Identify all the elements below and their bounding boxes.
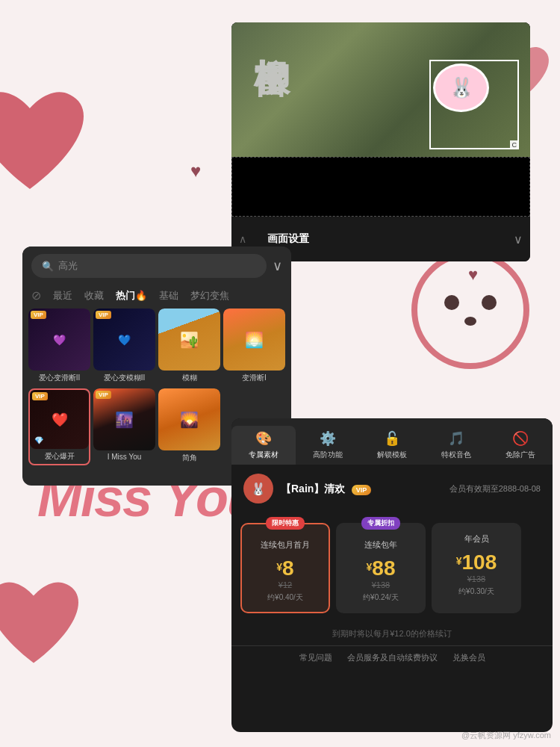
filter-item-1[interactable]: 💙 VIP 爱心变模糊II <box>93 309 155 385</box>
filter-item-3[interactable]: 🌅 变滑断I <box>223 309 285 385</box>
vip-user-row: 🐰 【Rain】清欢 VIP 会员有效期至2888-08-08 <box>231 465 553 512</box>
filter-item-2[interactable]: 🏜️ 模糊 <box>158 309 220 385</box>
vip-benefit-materials[interactable]: 🎨 专属素材 <box>231 426 296 465</box>
plan-tag-0: 限时特惠 <box>266 517 305 530</box>
vip-footer-note: 到期时将以每月¥12.0的价格续订 <box>231 622 553 645</box>
user-avatar: 🐰 <box>243 474 273 503</box>
materials-icon: 🎨 <box>255 430 272 447</box>
tab-basic[interactable]: 基础 <box>159 289 178 303</box>
plan-symbol-0: ¥ <box>276 561 282 573</box>
bottom-title: 画面设置 <box>267 232 309 246</box>
audio-icon: 🎵 <box>448 430 464 447</box>
video-image-area: 柳根富 🐰 C <box>231 22 530 172</box>
templates-label: 解锁模板 <box>377 450 407 460</box>
noad-label: 免除广告 <box>505 450 535 460</box>
vip-plans: 限时特惠 连续包月首月 ¥8 ¥12 约¥0.40/天 专属折扣 连续包年 ¥8… <box>231 512 553 622</box>
selection-corner-label: C <box>510 140 520 149</box>
filter-thumb-inner-3: 🌅 <box>223 309 285 371</box>
filter-item-5[interactable]: 🌆 VIP I Miss You <box>93 388 155 465</box>
video-canvas: 柳根富 🐰 C <box>231 22 530 217</box>
avatar-emoji: 🐰 <box>251 482 266 496</box>
filter-item-6[interactable]: 🌄 简角 <box>158 388 220 465</box>
filter-label-4: 爱心爆开 <box>30 449 89 464</box>
filter-item-0[interactable]: 💜 VIP 爱心变滑断II <box>28 309 90 385</box>
vip-plan-monthly[interactable]: 限时特惠 连续包月首月 ¥8 ¥12 约¥0.40/天 <box>240 523 330 613</box>
tab-favorite[interactable]: 收藏 <box>84 289 104 303</box>
vip-benefit-advanced[interactable]: ⚙️ 高阶功能 <box>296 426 360 465</box>
vip-benefit-noad[interactable]: 🚫 免除广告 <box>488 426 553 465</box>
svg-point-0 <box>414 254 526 366</box>
filter-label-0: 爱心变滑断II <box>28 371 90 385</box>
filter-label-5: I Miss You <box>93 450 155 463</box>
plan-original-2: ¥138 <box>441 574 512 583</box>
plan-price-1: ¥88 <box>345 557 417 580</box>
filter-label-1: 爱心变模糊II <box>93 371 155 385</box>
plan-tag-1: 专属折扣 <box>361 517 400 530</box>
vip-panel: 🎨 专属素材 ⚙️ 高阶功能 🔓 解锁模板 🎵 特权音色 🚫 免除广告 🐰 【R… <box>231 418 553 732</box>
filter-thumb-inner-6: 🌄 <box>158 388 220 450</box>
small-heart-1: ♥ <box>190 161 201 182</box>
advanced-label: 高阶功能 <box>313 450 343 460</box>
noad-icon: 🚫 <box>512 430 529 447</box>
filter-label-3: 变滑断I <box>223 371 285 385</box>
svg-point-2 <box>482 295 497 310</box>
filter-item-4[interactable]: ❤️ 💎 VIP 爱心爆开 <box>28 388 90 465</box>
footer-link-redeem[interactable]: 兑换会员 <box>452 652 485 663</box>
plan-perday-1: 约¥0.24/天 <box>345 592 417 603</box>
user-vip-badge: VIP <box>352 485 372 495</box>
audio-label: 特权音色 <box>441 450 471 460</box>
plan-title-0: 连续包月首月 <box>249 539 321 551</box>
filter-search-container[interactable]: 🔍 高光 <box>31 254 267 278</box>
video-selection-box[interactable]: C <box>429 60 519 149</box>
watermark: @云帆资源网 yfzyw.com <box>461 730 551 741</box>
plan-perday-0: 约¥0.40/天 <box>249 592 321 603</box>
vip-expiry: 会员有效期至2888-08-08 <box>449 483 541 495</box>
plan-title-2: 年会员 <box>441 533 512 545</box>
username: 【Rain】清欢 <box>281 483 345 495</box>
filter-label-2: 模糊 <box>158 371 220 385</box>
plan-price-0: ¥8 <box>249 557 321 580</box>
materials-label: 专属素材 <box>249 450 279 460</box>
bottom-chevron-right[interactable]: ∨ <box>514 232 523 247</box>
plan-price-2: ¥108 <box>441 551 512 574</box>
plan-symbol-2: ¥ <box>456 555 462 567</box>
footer-link-faq[interactable]: 常见问题 <box>299 652 332 663</box>
svg-point-1 <box>444 295 459 310</box>
plan-perday-2: 约¥0.30/天 <box>441 586 512 597</box>
plan-original-0: ¥12 <box>249 580 321 589</box>
vip-plan-year-member[interactable]: 年会员 ¥108 ¥138 约¥0.30/天 <box>432 523 521 613</box>
svg-point-3 <box>464 317 476 326</box>
vip-benefit-templates[interactable]: 🔓 解锁模板 <box>360 426 424 465</box>
tab-dream[interactable]: 梦幻变焦 <box>190 289 229 303</box>
search-icon: 🔍 <box>42 261 54 272</box>
tab-none[interactable]: ⊘ <box>31 288 41 303</box>
templates-icon: 🔓 <box>384 430 400 447</box>
decorative-heart-left-top <box>0 75 97 209</box>
filter-tabs: ⊘ 最近 收藏 热门🔥 基础 梦幻变焦 <box>22 285 291 309</box>
decorative-heart-left-bottom <box>0 568 90 680</box>
vip-benefits-bar: 🎨 专属素材 ⚙️ 高阶功能 🔓 解锁模板 🎵 特权音色 🚫 免除广告 <box>231 418 553 465</box>
vip-footer-links: 常见问题 会员服务及自动续费协议 兑换会员 <box>231 645 553 669</box>
vip-plan-yearly[interactable]: 专属折扣 连续包年 ¥88 ¥138 约¥0.24/天 <box>336 523 426 613</box>
vip-badge-5: VIP <box>96 391 111 399</box>
vip-benefit-audio[interactable]: 🎵 特权音色 <box>424 426 488 465</box>
user-info: 【Rain】清欢 VIP <box>281 482 371 496</box>
filter-grid: 💜 VIP 爱心变滑断II 💙 VIP 爱心变模糊II 🏜️ 模糊 <box>22 309 291 385</box>
advanced-icon: ⚙️ <box>320 430 336 447</box>
search-text: 高光 <box>58 259 78 273</box>
vip-badge-0: VIP <box>31 311 46 319</box>
vip-badge-4: VIP <box>32 392 48 400</box>
filter-search-bar: 🔍 高光 ∨ <box>22 247 291 285</box>
plan-original-1: ¥138 <box>345 580 417 589</box>
tab-recent[interactable]: 最近 <box>53 289 72 303</box>
video-editor-panel: 柳根富 🐰 C ∧ 画面设置 ∨ <box>231 22 530 261</box>
filter-thumb-inner-2: 🏜️ <box>158 309 220 371</box>
video-black-area <box>231 157 530 217</box>
filter-panel-close[interactable]: ∨ <box>273 258 282 274</box>
tab-hot[interactable]: 热门🔥 <box>116 289 147 303</box>
footer-link-service[interactable]: 会员服务及自动续费协议 <box>347 652 438 663</box>
bottom-chevron: ∧ <box>239 233 246 245</box>
filter-label-6: 简角 <box>158 450 220 465</box>
plan-title-1: 连续包年 <box>345 539 417 551</box>
bear-face-circle <box>396 247 545 374</box>
